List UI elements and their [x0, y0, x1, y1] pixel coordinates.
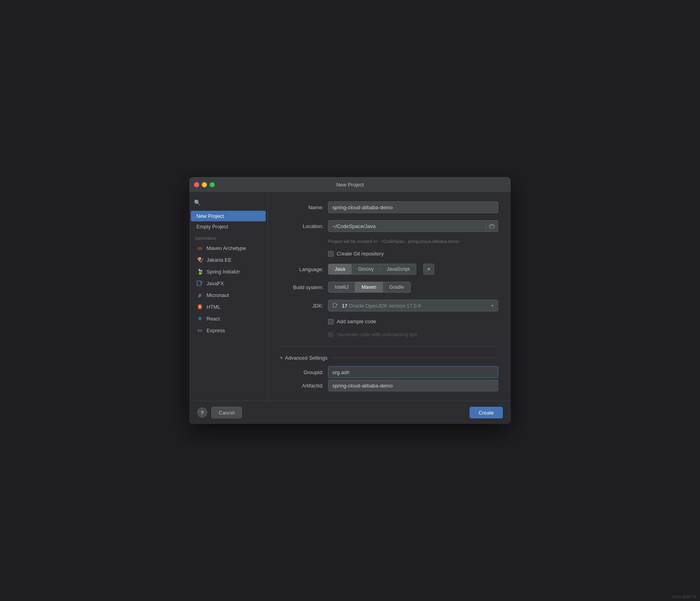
jdk-description: Oracle OpenJDK version 17.0.8	[349, 303, 421, 309]
name-row: Name:	[280, 201, 498, 213]
artifact-id-label: ArtifactId:	[280, 383, 323, 389]
search-icon[interactable]: 🔍	[194, 199, 201, 206]
build-intellij-button[interactable]: IntelliJ	[328, 282, 355, 293]
jdk-version: 17	[342, 303, 347, 309]
artifact-id-input[interactable]	[328, 380, 498, 391]
name-input[interactable]	[328, 201, 498, 213]
create-git-checkbox[interactable]	[328, 251, 334, 257]
new-project-dialog: New Project 🔍 New Project Empty Project …	[189, 177, 511, 424]
sidebar-item-label: JavaFX	[207, 281, 224, 286]
footer: ? Cancel Create	[189, 401, 511, 424]
svg-rect-1	[490, 225, 494, 228]
create-git-row: Create Git repository	[328, 251, 498, 257]
sidebar-item-label: Express	[207, 328, 225, 333]
location-label: Location:	[280, 223, 323, 229]
main-panel: Name: Location: Pr	[268, 192, 511, 401]
create-button[interactable]: Create	[470, 407, 503, 418]
generate-code-row: Generate code with onboarding tips	[328, 331, 498, 337]
sidebar-item-label: New Project	[196, 213, 224, 219]
javafx-icon	[196, 280, 203, 287]
jdk-icon	[332, 302, 339, 310]
language-java-button[interactable]: Java	[328, 264, 352, 275]
dialog-title: New Project	[336, 182, 364, 188]
sidebar-item-javafx[interactable]: JavaFX	[191, 277, 266, 289]
jakarta-icon: 🪁	[196, 256, 203, 263]
traffic-lights	[194, 182, 215, 187]
sidebar-item-micronaut[interactable]: μ Micronaut	[191, 289, 266, 301]
jdk-row: JDK: 17 Oracle OpenJDK version 17.0.8 ▾	[280, 300, 498, 311]
build-gradle-button[interactable]: Gradle	[383, 282, 411, 293]
add-language-button[interactable]: +	[423, 264, 434, 275]
language-label: Language:	[280, 266, 323, 272]
maximize-button[interactable]	[210, 182, 215, 187]
advanced-chevron-icon: ▾	[280, 355, 283, 360]
sidebar-item-express[interactable]: ex Express	[191, 324, 266, 336]
language-groovy-button[interactable]: Groovy	[352, 264, 380, 275]
language-segmented: Java Groovy JavaScript	[328, 264, 416, 275]
svg-rect-2	[333, 303, 336, 307]
jdk-text: 17 Oracle OpenJDK version 17.0.8	[342, 303, 488, 309]
maven-icon: m	[196, 244, 203, 252]
sidebar-item-jakarta-ee[interactable]: 🪁 Jakarta EE	[191, 254, 266, 266]
add-sample-code-row: Add sample code	[328, 319, 498, 324]
help-button[interactable]: ?	[197, 407, 207, 418]
sidebar-item-maven-archetype[interactable]: m Maven Archetype	[191, 242, 266, 254]
generators-label: Generators	[189, 232, 267, 242]
micronaut-icon: μ	[196, 291, 203, 299]
group-id-label: GroupId:	[280, 369, 323, 375]
advanced-divider-line	[331, 358, 498, 358]
location-hint: Project will be created in: ~/CodeSpac..…	[328, 239, 498, 244]
close-button[interactable]	[194, 182, 199, 187]
advanced-settings-section: ▾ Advanced Settings GroupId: ArtifactId:	[280, 355, 498, 391]
sidebar-item-label: Jakarta EE	[207, 257, 232, 263]
divider	[280, 346, 498, 346]
generate-code-label: Generate code with onboarding tips	[337, 331, 417, 337]
language-row: Language: Java Groovy JavaScript +	[280, 264, 498, 275]
sidebar-item-empty-project[interactable]: Empty Project	[191, 221, 266, 232]
generate-code-checkbox[interactable]	[328, 332, 334, 337]
sidebar-item-label: Micronaut	[207, 292, 229, 298]
sidebar-item-label: HTML	[207, 304, 220, 310]
artifact-id-row: ArtifactId:	[280, 380, 498, 391]
jdk-label: JDK:	[280, 303, 323, 309]
sidebar-item-label: React	[207, 316, 220, 322]
search-bar[interactable]: 🔍	[189, 197, 267, 211]
jdk-select[interactable]: 17 Oracle OpenJDK version 17.0.8 ▾	[328, 300, 498, 311]
sidebar-item-spring-initializr[interactable]: 🍃 Spring Initializr	[191, 266, 266, 277]
minimize-button[interactable]	[202, 182, 207, 187]
sidebar-item-html[interactable]: 5 HTML	[191, 301, 266, 313]
express-icon: ex	[196, 327, 203, 334]
group-id-input[interactable]	[328, 366, 498, 378]
location-input-wrap	[328, 220, 498, 232]
add-sample-code-checkbox[interactable]	[328, 319, 334, 324]
advanced-settings-title: Advanced Settings	[285, 355, 327, 361]
title-bar: New Project	[189, 177, 511, 192]
build-system-label: Build system:	[280, 284, 323, 290]
react-icon: ⚛	[196, 315, 203, 322]
create-git-label[interactable]: Create Git repository	[337, 251, 384, 257]
name-label: Name:	[280, 205, 323, 210]
sidebar-item-label: Empty Project	[196, 224, 228, 230]
language-javascript-button[interactable]: JavaScript	[381, 264, 416, 275]
html-icon: 5	[196, 303, 203, 310]
add-sample-code-label[interactable]: Add sample code	[337, 319, 376, 324]
jdk-chevron-icon: ▾	[491, 303, 494, 308]
svg-rect-0	[197, 281, 201, 286]
advanced-settings-header[interactable]: ▾ Advanced Settings	[280, 355, 498, 361]
group-id-row: GroupId:	[280, 366, 498, 378]
location-browse-button[interactable]	[486, 221, 498, 232]
sidebar-item-label: Spring Initializr	[207, 269, 240, 275]
cancel-button[interactable]: Cancel	[211, 407, 242, 418]
build-system-row: Build system: IntelliJ Maven Gradle	[280, 282, 498, 293]
dialog-content: 🔍 New Project Empty Project Generators m…	[189, 192, 511, 401]
location-input[interactable]	[328, 221, 486, 231]
spring-icon: 🍃	[196, 268, 203, 275]
sidebar-item-label: Maven Archetype	[207, 245, 246, 251]
location-row: Location:	[280, 220, 498, 232]
build-maven-button[interactable]: Maven	[355, 282, 383, 293]
sidebar: 🔍 New Project Empty Project Generators m…	[189, 192, 268, 401]
sidebar-item-new-project[interactable]: New Project	[191, 211, 266, 221]
sidebar-item-react[interactable]: ⚛ React	[191, 313, 266, 324]
build-system-segmented: IntelliJ Maven Gradle	[328, 282, 411, 293]
footer-left: ? Cancel	[197, 407, 242, 418]
